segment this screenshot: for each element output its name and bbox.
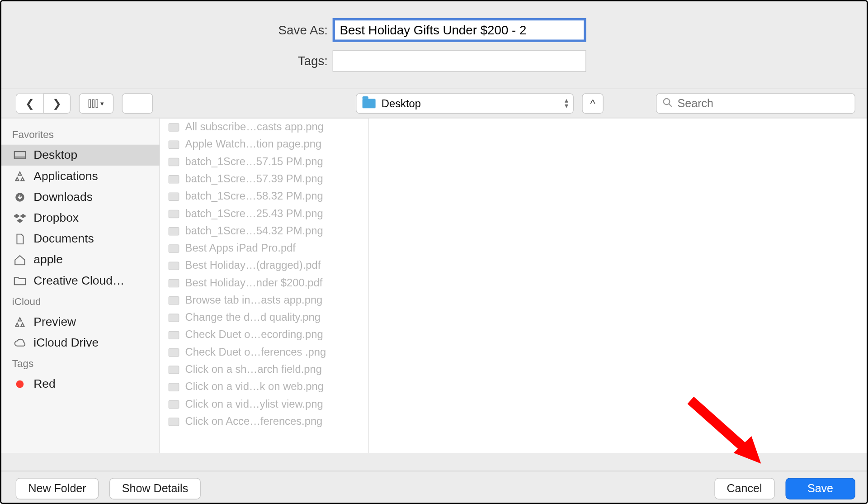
toolbar: ❮ ❯ ▾ Desktop ▴▾ ^ [1, 89, 868, 119]
file-item[interactable]: batch_1Scre…25.43 PM.png [160, 205, 368, 222]
sidebar-item-desktop[interactable]: Desktop [1, 145, 160, 166]
sidebar-item-label: Desktop [33, 148, 77, 162]
location-name: Desktop [382, 97, 421, 110]
sidebar-item-iclouddrive[interactable]: iCloud Drive [1, 332, 160, 353]
chevron-updown-icon: ▴▾ [565, 98, 568, 109]
svg-point-5 [16, 380, 24, 388]
file-icon [169, 192, 179, 200]
file-item[interactable]: Click on a sh…arch field.png [160, 361, 368, 378]
sidebar-item-downloads[interactable]: Downloads [1, 186, 160, 207]
file-name: batch_1Scre…58.32 PM.png [185, 190, 323, 203]
file-name: Apple Watch…tion page.png [185, 138, 322, 151]
view-mode-button[interactable]: ▾ [79, 93, 114, 114]
file-name: Click on Acce…ferences.png [185, 415, 323, 428]
file-item[interactable]: Click on a vid…k on web.png [160, 378, 368, 395]
file-item[interactable]: Check Duet o…ferences .png [160, 343, 368, 361]
sidebar-item-documents[interactable]: Documents [1, 228, 160, 249]
file-icon [169, 400, 179, 408]
sidebar-item-label: iCloud Drive [33, 336, 99, 349]
svg-point-0 [664, 98, 670, 104]
sidebar-item-preview[interactable]: Preview [1, 311, 160, 332]
show-details-button[interactable]: Show Details [109, 478, 201, 499]
folder-icon [13, 275, 26, 286]
annotation-arrow [684, 395, 768, 469]
file-name: Check Duet o…ecording.png [185, 328, 323, 341]
tags-label: Tags: [1, 54, 333, 68]
sidebar-item-label: Documents [33, 232, 94, 246]
footer: New Folder Show Details Cancel Save [1, 471, 868, 504]
file-item[interactable]: Click on a vid…ylist view.png [160, 395, 368, 413]
file-item[interactable]: Browse tab in…asts app.png [160, 292, 368, 309]
file-item[interactable]: batch_1Scre…57.15 PM.png [160, 153, 368, 170]
sidebar-item-creativecloud[interactable]: Creative Cloud… [1, 270, 160, 291]
file-name: Browse tab in…asts app.png [185, 294, 323, 307]
sidebar-item-label: apple [33, 253, 63, 266]
cloud-icon [13, 338, 26, 348]
sidebar-item-apple[interactable]: apple [1, 249, 160, 270]
file-icon [169, 331, 179, 339]
search-input[interactable] [678, 97, 849, 110]
file-item[interactable]: Best Holiday…nder $200.pdf [160, 274, 368, 291]
chevron-left-icon: ❮ [25, 97, 34, 110]
dropbox-icon [13, 213, 26, 223]
location-popup[interactable]: Desktop ▴▾ [356, 93, 574, 114]
apps-icon [13, 171, 26, 181]
save-header: Save As: Tags: [1, 1, 868, 89]
collapse-button[interactable]: ^ [582, 93, 604, 114]
file-item[interactable]: Check Duet o…ecording.png [160, 326, 368, 343]
file-name: Check Duet o…ferences .png [185, 346, 326, 359]
file-icon [169, 296, 179, 304]
chevron-down-icon: ▾ [100, 100, 104, 107]
file-icon [169, 209, 179, 218]
doc-icon [13, 233, 26, 244]
file-item[interactable]: All subscribe…casts app.png [160, 119, 368, 136]
file-icon [169, 157, 179, 166]
file-name: All subscribe…casts app.png [185, 121, 324, 133]
save-button[interactable]: Save [785, 478, 855, 499]
cancel-button[interactable]: Cancel [714, 478, 775, 499]
file-item[interactable]: Click on Acce…ferences.png [160, 413, 368, 430]
chevron-up-icon: ^ [590, 97, 595, 110]
download-icon [13, 191, 26, 202]
sidebar-item-red[interactable]: Red [1, 373, 160, 394]
file-item[interactable]: Best Holiday…(dragged).pdf [160, 257, 368, 274]
file-name: Best Apps iPad Pro.pdf [185, 242, 296, 255]
new-folder-button[interactable]: New Folder [16, 478, 99, 499]
file-item[interactable]: batch_1Scre…58.32 PM.png [160, 188, 368, 205]
file-icon [169, 366, 179, 374]
sidebar: FavoritesDesktopApplicationsDownloadsDro… [1, 119, 160, 453]
svg-rect-2 [14, 151, 25, 158]
search-field[interactable] [656, 93, 855, 114]
group-button[interactable] [122, 93, 153, 114]
file-name: Click on a vid…k on web.png [185, 380, 324, 393]
save-as-input[interactable] [333, 18, 586, 42]
sidebar-group-tags: Tags [1, 353, 160, 373]
svg-line-6 [691, 400, 745, 448]
back-button[interactable]: ❮ [16, 93, 43, 114]
desktop-icon [13, 150, 26, 161]
sidebar-item-applications[interactable]: Applications [1, 166, 160, 186]
sidebar-item-label: Creative Cloud… [33, 274, 124, 287]
file-item[interactable]: Best Apps iPad Pro.pdf [160, 240, 368, 257]
file-item[interactable]: batch_1Scre…54.32 PM.png [160, 222, 368, 239]
file-name: Best Holiday…nder $200.pdf [185, 277, 323, 290]
home-icon [13, 254, 26, 265]
sidebar-item-label: Downloads [33, 190, 93, 204]
file-name: Change the d…d quality.png [185, 311, 321, 324]
file-item[interactable]: Change the d…d quality.png [160, 309, 368, 326]
file-name: batch_1Scre…57.15 PM.png [185, 156, 323, 168]
forward-button[interactable]: ❯ [43, 93, 71, 114]
file-icon [169, 140, 179, 148]
file-icon [169, 262, 179, 270]
search-icon [663, 97, 673, 110]
file-icon [169, 279, 179, 287]
file-name: Click on a sh…arch field.png [185, 363, 322, 376]
sidebar-item-dropbox[interactable]: Dropbox [1, 207, 160, 228]
columns-icon [89, 99, 98, 107]
file-item[interactable]: Apple Watch…tion page.png [160, 136, 368, 153]
preview-pane [369, 119, 868, 453]
file-item[interactable]: batch_1Scre…57.39 PM.png [160, 171, 368, 188]
file-icon [169, 314, 179, 322]
sidebar-group-icloud: iCloud [1, 291, 160, 311]
tags-input[interactable] [333, 50, 586, 72]
